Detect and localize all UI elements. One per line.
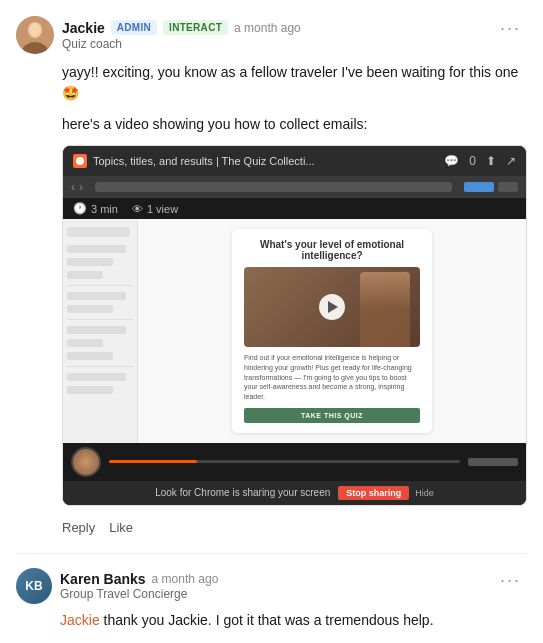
video-presenter-avatar (71, 447, 101, 477)
views-value: 1 view (147, 203, 178, 215)
browser-nav: ‹ › (71, 180, 83, 194)
sidebar-divider (67, 285, 133, 286)
quiz-bg-person (360, 272, 410, 347)
reading-list-btn (498, 182, 518, 192)
video-browser-bar: ‹ › (63, 176, 526, 198)
post-timestamp: a month ago (234, 21, 301, 35)
video-stats: 🕐 3 min 👁 1 view (63, 198, 526, 219)
eye-icon: 👁 (132, 203, 143, 215)
commenter-role: Group Travel Concierge (60, 587, 218, 601)
commenter-avatar: KB (16, 568, 52, 604)
sidebar-item-1 (67, 245, 126, 253)
post-body: yayy!! exciting, you know as a fellow tr… (62, 62, 527, 535)
sidebar-item-2 (67, 258, 113, 266)
video-title: Topics, titles, and results | The Quiz C… (93, 155, 444, 167)
browser-toolbar (464, 182, 518, 192)
sidebar-item-10 (67, 386, 113, 394)
post-author-info: Jackie ADMIN INTERACT a month ago Quiz c… (62, 20, 301, 51)
comment-count-icon: 💬 (444, 154, 459, 168)
avatar (16, 16, 54, 54)
quiz-card: What's your level of emotional intellige… (232, 229, 432, 433)
post-actions: Reply Like (62, 520, 527, 535)
quiz-card-title: What's your level of emotional intellige… (244, 239, 420, 261)
sidebar-item-5 (67, 305, 113, 313)
post-meta: Jackie ADMIN INTERACT a month ago (62, 20, 301, 36)
video-main-content: What's your level of emotional intellige… (63, 219, 526, 443)
clock-icon: 🕐 (73, 202, 87, 215)
video-progress-bar[interactable] (109, 460, 460, 463)
duration-stat: 🕐 3 min (73, 202, 118, 215)
comment-header-left: KB Karen Banks a month ago Group Travel … (16, 568, 218, 604)
post-header-left: Jackie ADMIN INTERACT a month ago Quiz c… (16, 16, 301, 54)
comment: KB Karen Banks a month ago Group Travel … (0, 554, 543, 643)
video-progress-fill (109, 460, 197, 463)
share-icon: ⬆ (486, 154, 496, 168)
sidebar-divider-2 (67, 319, 133, 320)
duration-value: 3 min (91, 203, 118, 215)
commenter-info: Karen Banks a month ago Group Travel Con… (60, 571, 218, 601)
back-icon: ‹ (71, 180, 75, 194)
sidebar-item-3 (67, 271, 103, 279)
share-text: Look for Chrome is sharing your screen (155, 487, 330, 498)
stop-sharing-button[interactable]: Stop sharing (338, 486, 409, 500)
svg-point-4 (76, 157, 84, 165)
post-text-1: yayy!! exciting, you know as a fellow tr… (62, 62, 527, 104)
url-bar (95, 182, 452, 192)
sidebar-item-7 (67, 339, 103, 347)
comment-options-menu[interactable]: ··· (494, 568, 527, 593)
quiz-cta-button[interactable]: TAKE THIS QUIZ (244, 408, 420, 423)
video-top-bar: Topics, titles, and results | The Quiz C… (63, 146, 526, 176)
video-icons-right: 💬 0 ⬆ ↗ (444, 154, 516, 168)
hide-label[interactable]: Hide (415, 488, 434, 498)
sidebar-item-9 (67, 373, 126, 381)
quiz-thumbnail (244, 267, 420, 347)
sidebar-item-6 (67, 326, 126, 334)
interact-badge: INTERACT (163, 20, 228, 35)
post-options-menu[interactable]: ··· (494, 16, 527, 41)
author-name: Jackie (62, 20, 105, 36)
comment-header: KB Karen Banks a month ago Group Travel … (16, 568, 527, 604)
views-stat: 👁 1 view (132, 203, 178, 215)
quiz-description: Find out if your emotional intelligence … (244, 353, 420, 402)
comment-timestamp: a month ago (152, 572, 219, 586)
video-favicon-icon (73, 154, 87, 168)
play-button[interactable] (319, 294, 345, 320)
comment-text-content: thank you Jackie. I got it that was a tr… (104, 612, 434, 628)
admin-badge: ADMIN (111, 20, 157, 35)
share-bar: Look for Chrome is sharing your screen S… (63, 481, 526, 505)
video-time-remaining (468, 458, 518, 466)
post: Jackie ADMIN INTERACT a month ago Quiz c… (0, 0, 543, 535)
play-triangle-icon (328, 301, 338, 313)
author-role: Quiz coach (62, 37, 301, 51)
post-header: Jackie ADMIN INTERACT a month ago Quiz c… (16, 16, 527, 54)
forward-icon: › (79, 180, 83, 194)
video-bottom-bar (63, 443, 526, 481)
svg-point-3 (30, 24, 40, 36)
like-button[interactable]: Like (109, 520, 133, 535)
commenter-name: Karen Banks (60, 571, 146, 587)
comment-count: 0 (469, 154, 476, 168)
post-text-2: here's a video showing you how to collec… (62, 114, 527, 135)
reply-button[interactable]: Reply (62, 520, 95, 535)
update-btn (464, 182, 494, 192)
comment-text: Jackie thank you Jackie. I got it that w… (60, 610, 527, 631)
video-embed[interactable]: Topics, titles, and results | The Quiz C… (62, 145, 527, 506)
comment-body: Jackie thank you Jackie. I got it that w… (60, 610, 527, 631)
sidebar-header (67, 227, 130, 237)
external-link-icon: ↗ (506, 154, 516, 168)
sidebar-item-4 (67, 292, 126, 300)
video-title-row: Topics, titles, and results | The Quiz C… (73, 154, 444, 168)
sidebar-item-8 (67, 352, 113, 360)
comment-meta: Karen Banks a month ago (60, 571, 218, 587)
sidebar-divider-3 (67, 366, 133, 367)
video-quiz-area: What's your level of emotional intellige… (138, 219, 526, 443)
video-sidebar (63, 219, 138, 443)
mention-tag[interactable]: Jackie (60, 612, 100, 628)
